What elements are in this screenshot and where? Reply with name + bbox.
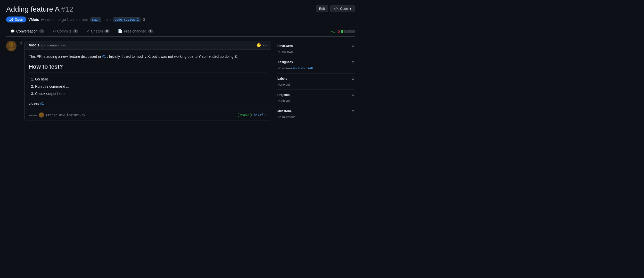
sidebar-section-reviewers: Reviewers ⚙ No reviews xyxy=(277,41,355,57)
sidebar: Reviewers ⚙ No reviews Assignees ⚙ No on… xyxy=(277,41,355,122)
files-icon: 📄 xyxy=(118,29,122,33)
assign-yourself-link[interactable]: assign yourself xyxy=(291,66,313,70)
commit-avatar xyxy=(39,112,44,118)
conversation-area: VMois commented now 🙂 ••• This PR is add… xyxy=(6,41,271,122)
merge-icon: ⎇ xyxy=(9,18,13,21)
bar-segment-1 xyxy=(341,30,343,33)
issue-link-1[interactable]: #1 xyxy=(102,54,106,59)
sidebar-section-milestone: Milestone ⚙ No milestone xyxy=(277,106,355,122)
tab-files-changed[interactable]: 📄 Files changed 1 xyxy=(114,27,157,36)
projects-value: None yet xyxy=(277,99,355,103)
labels-value: None yet xyxy=(277,83,355,86)
reviewers-value: No reviews xyxy=(277,50,355,54)
comment-triangle xyxy=(20,41,22,45)
pr-subtitle: ⎇ Open VMois wants to merge 1 commit int… xyxy=(6,17,355,22)
commit-icon: —•— xyxy=(29,113,37,117)
verified-badge: Verified xyxy=(238,113,252,117)
reviewers-title: Reviewers xyxy=(277,44,293,48)
bar-segment-5 xyxy=(352,30,355,33)
commit-hash[interactable]: be71f17 xyxy=(254,113,267,117)
chevron-down-icon: ▾ xyxy=(350,7,351,11)
more-options-icon[interactable]: ••• xyxy=(263,43,267,47)
tab-conversation[interactable]: 💬 Conversation 0 xyxy=(6,27,48,36)
projects-gear-icon[interactable]: ⚙ xyxy=(351,93,355,97)
bar-segment-3 xyxy=(346,30,349,33)
assignees-title: Assignees xyxy=(277,60,293,64)
list-item: Run this command ... xyxy=(35,83,267,90)
svg-point-1 xyxy=(9,43,13,47)
sidebar-section-assignees: Assignees ⚙ No one—assign yourself xyxy=(277,57,355,73)
comment-block: VMois commented now 🙂 ••• This PR is add… xyxy=(6,41,271,120)
pr-title: Adding feature A #12 xyxy=(6,5,355,13)
tabs-bar: 💬 Conversation 0 ⟲ Commits 1 ✓ Checks 0 … xyxy=(6,27,355,37)
list-item: Go here xyxy=(35,76,267,83)
copy-icon[interactable]: ⧉ xyxy=(143,17,145,22)
closes-line: closes #1 xyxy=(29,101,267,105)
diff-stat-bar xyxy=(341,30,355,33)
how-to-test-heading: How to test? xyxy=(29,63,267,72)
sidebar-section-projects: Projects ⚙ None yet xyxy=(277,90,355,106)
tab-commits[interactable]: ⟲ Commits 1 xyxy=(48,27,82,36)
status-badge: ⎇ Open xyxy=(6,17,26,22)
milestone-gear-icon[interactable]: ⚙ xyxy=(351,109,355,113)
tab-checks[interactable]: ✓ Checks 0 xyxy=(82,27,114,36)
checks-icon: ✓ xyxy=(86,29,89,33)
head-branch-tag: code-review-1 xyxy=(113,17,141,22)
comment-icon: 💬 xyxy=(10,29,15,33)
svg-point-3 xyxy=(10,44,11,45)
labels-title: Labels xyxy=(277,77,287,80)
commits-icon: ⟲ xyxy=(53,29,56,33)
comment-header: VMois commented now 🙂 ••• xyxy=(25,41,271,50)
milestone-value: No milestone xyxy=(277,115,355,119)
edit-button[interactable]: Edit xyxy=(316,5,328,12)
sidebar-section-labels: Labels ⚙ None yet xyxy=(277,73,355,90)
svg-point-4 xyxy=(12,44,13,45)
list-item: Check output here xyxy=(35,90,267,97)
comment-text: This PR is adding a new feature discusse… xyxy=(29,54,267,59)
base-branch-tag: main xyxy=(90,17,101,22)
steps-list: Go here Run this command ... Check outpu… xyxy=(29,76,267,97)
comment-body: This PR is adding a new feature discusse… xyxy=(25,50,271,110)
diff-stat: +1 –0 xyxy=(331,30,355,34)
main-content: VMois commented now 🙂 ••• This PR is add… xyxy=(6,37,355,122)
reviewers-gear-icon[interactable]: ⚙ xyxy=(351,44,355,48)
code-icon: </> xyxy=(334,7,338,11)
milestone-title: Milestone xyxy=(277,109,292,113)
assignees-gear-icon[interactable]: ⚙ xyxy=(351,60,355,64)
emoji-reaction-icon[interactable]: 🙂 xyxy=(257,43,261,47)
labels-gear-icon[interactable]: ⚙ xyxy=(351,77,355,81)
assignees-value: No one—assign yourself xyxy=(277,66,355,70)
avatar xyxy=(6,41,16,51)
comment-time: commented now xyxy=(41,43,65,47)
comment-author: VMois xyxy=(29,43,39,47)
bar-segment-2 xyxy=(344,30,346,33)
commit-message: Create new_feature.py xyxy=(46,113,85,117)
projects-title: Projects xyxy=(277,93,290,97)
closes-link[interactable]: #1 xyxy=(40,101,44,105)
code-button[interactable]: </> Code ▾ xyxy=(330,5,355,12)
bar-segment-4 xyxy=(349,30,352,33)
comment-card: VMois commented now 🙂 ••• This PR is add… xyxy=(24,41,271,120)
commit-row: —•— Create new_feature.py Verified be71f… xyxy=(25,110,271,120)
